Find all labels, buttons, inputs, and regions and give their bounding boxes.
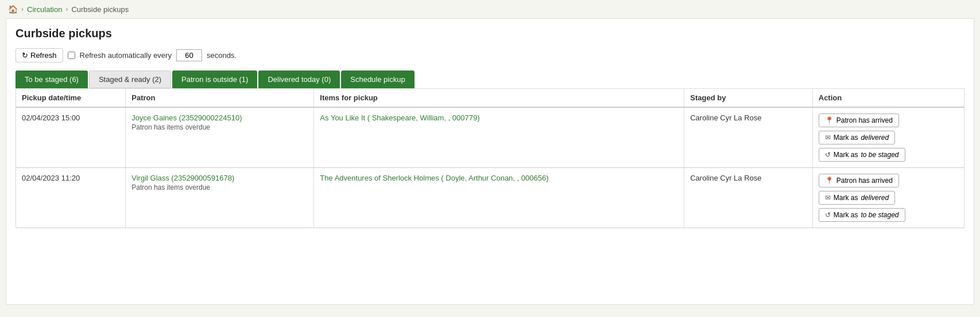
staged-by-cell-1: Caroline Cyr La Rose <box>684 168 813 228</box>
refresh-interval-input[interactable] <box>176 49 202 61</box>
toolbar: ↻ Refresh Refresh automatically every se… <box>16 48 964 62</box>
mark-delivered-1-icon: ✉ <box>825 134 831 142</box>
mark-to-be-staged-1-prefix: Mark as <box>834 151 858 159</box>
table-row: 02/04/2023 15:00Joyce Gaines (2352900022… <box>16 107 964 168</box>
action-cell-1: 📍Patron has arrived✉Mark as delivered↺Ma… <box>812 168 964 228</box>
tab-delivered-today[interactable]: Delivered today (0) <box>258 71 340 88</box>
patron-note-0: Patron has items overdue <box>131 123 308 131</box>
breadcrumb-sep-1: › <box>21 5 24 13</box>
breadcrumb-current: Curbside pickups <box>71 5 129 14</box>
patron-cell-0: Joyce Gaines (23529000224510)Patron has … <box>126 107 314 168</box>
action-cell-0: 📍Patron has arrived✉Mark as delivered↺Ma… <box>812 107 964 168</box>
page-container: Curbside pickups ↻ Refresh Refresh autom… <box>6 18 974 305</box>
refresh-icon: ↻ <box>22 51 28 60</box>
mark-delivered-1-em: delivered <box>861 134 889 142</box>
tab-patron-outside[interactable]: Patron is outside (1) <box>172 71 257 88</box>
breadcrumb: 🏠 › Circulation › Curbside pickups <box>0 0 980 18</box>
mark-to-be-staged-1-icon: ↺ <box>825 151 831 159</box>
page-title: Curbside pickups <box>16 27 964 40</box>
mark-to-be-staged-2[interactable]: ↺Mark as to be staged <box>819 208 905 222</box>
patron-arrived-2-label: Patron has arrived <box>836 177 893 185</box>
pickup-datetime-1: 02/04/2023 11:20 <box>16 168 126 228</box>
mark-to-be-staged-1[interactable]: ↺Mark as to be staged <box>819 148 905 162</box>
col-header-pickup-datetime: Pickup date/time <box>16 89 126 108</box>
patron-link-1[interactable]: Virgil Glass (23529000591678) <box>131 174 234 182</box>
refresh-auto-checkbox[interactable] <box>68 52 75 59</box>
patron-note-1: Patron has items overdue <box>131 183 308 191</box>
breadcrumb-circulation[interactable]: Circulation <box>27 5 62 14</box>
items-cell-0: As You Like It ( Shakespeare, William, ,… <box>314 107 684 168</box>
staged-by-cell-0: Caroline Cyr La Rose <box>684 107 813 168</box>
refresh-button[interactable]: ↻ Refresh <box>16 48 63 62</box>
mark-delivered-1-prefix: Mark as <box>834 134 858 142</box>
item-link-1[interactable]: The Adventures of Sherlock Holmes ( Doyl… <box>320 174 548 182</box>
table-row: 02/04/2023 11:20Virgil Glass (2352900059… <box>16 168 964 228</box>
pickups-table: Pickup date/time Patron Items for pickup… <box>16 88 964 228</box>
tab-staged-ready[interactable]: Staged & ready (2) <box>89 71 171 88</box>
mark-to-be-staged-1-em: to be staged <box>861 151 898 159</box>
mark-to-be-staged-2-em: to be staged <box>861 211 898 219</box>
mark-delivered-2-em: delivered <box>861 194 889 202</box>
refresh-button-label: Refresh <box>30 51 57 60</box>
col-header-staged-by: Staged by <box>684 89 813 108</box>
patron-cell-1: Virgil Glass (23529000591678)Patron has … <box>126 168 314 228</box>
mark-delivered-2-icon: ✉ <box>825 194 831 202</box>
patron-arrived-1-icon: 📍 <box>825 116 834 124</box>
breadcrumb-sep-2: › <box>65 5 68 13</box>
patron-arrived-1-label: Patron has arrived <box>836 116 893 124</box>
tabs-bar: To be staged (6) Staged & ready (2) Patr… <box>16 71 964 88</box>
mark-to-be-staged-2-icon: ↺ <box>825 211 831 219</box>
patron-arrived-2[interactable]: 📍Patron has arrived <box>819 174 899 187</box>
home-icon[interactable]: 🏠 <box>8 5 18 14</box>
pickup-datetime-0: 02/04/2023 15:00 <box>16 107 126 168</box>
col-header-items: Items for pickup <box>314 89 684 108</box>
patron-arrived-2-icon: 📍 <box>825 177 834 185</box>
col-header-patron: Patron <box>126 89 314 108</box>
refresh-seconds-label: seconds. <box>207 51 237 60</box>
mark-to-be-staged-2-prefix: Mark as <box>834 211 858 219</box>
tab-schedule-pickup[interactable]: Schedule pickup <box>341 71 414 88</box>
mark-delivered-1[interactable]: ✉Mark as delivered <box>819 131 895 144</box>
item-link-0[interactable]: As You Like It ( Shakespeare, William, ,… <box>320 114 479 122</box>
col-header-action: Action <box>812 89 964 108</box>
tab-to-be-staged[interactable]: To be staged (6) <box>16 71 88 88</box>
mark-delivered-2[interactable]: ✉Mark as delivered <box>819 191 895 205</box>
mark-delivered-2-prefix: Mark as <box>834 194 858 202</box>
patron-arrived-1[interactable]: 📍Patron has arrived <box>819 114 899 127</box>
items-cell-1: The Adventures of Sherlock Holmes ( Doyl… <box>314 168 684 228</box>
refresh-auto-label: Refresh automatically every <box>80 51 172 60</box>
patron-link-0[interactable]: Joyce Gaines (23529000224510) <box>131 114 242 122</box>
